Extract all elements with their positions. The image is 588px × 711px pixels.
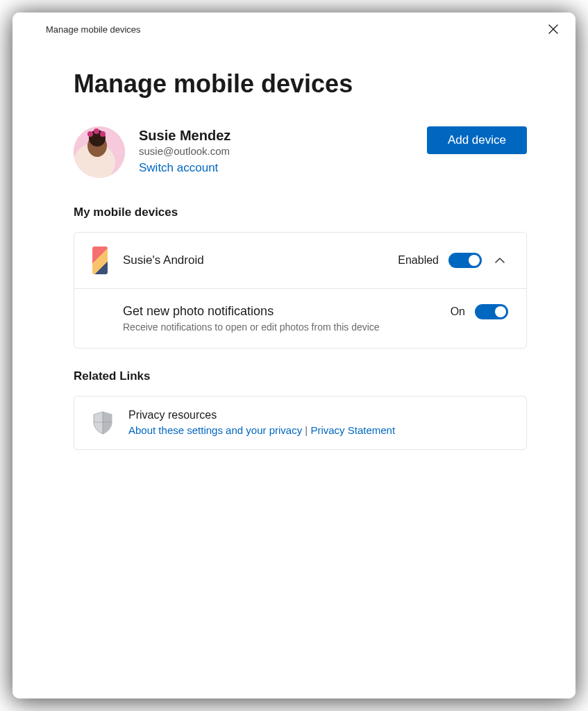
page-title: Manage mobile devices [74,69,527,99]
close-button[interactable] [544,19,563,39]
device-status-label: Enabled [398,254,439,267]
device-setting-row: Get new photo notifications Receive noti… [74,288,526,348]
svg-point-7 [100,131,106,137]
device-enable-toggle[interactable] [448,253,482,268]
avatar [74,126,125,178]
window-title: Manage mobile devices [46,24,141,35]
user-email: susie@outlook.com [139,145,230,157]
photo-notifications-toggle[interactable] [475,304,508,319]
titlebar: Manage mobile devices [12,12,576,42]
devices-card: Susie's Android Enabled Get new photo no… [74,232,527,349]
privacy-row: Privacy resources About these settings a… [74,396,526,449]
svg-point-6 [94,128,99,134]
phone-icon [92,246,108,274]
close-icon [548,24,558,34]
privacy-statement-link[interactable]: Privacy Statement [310,424,395,436]
switch-account-link[interactable]: Switch account [139,161,218,175]
device-name: Susie's Android [123,253,383,267]
privacy-title: Privacy resources [128,409,508,421]
user-name: Susie Mendez [139,128,230,144]
about-settings-link[interactable]: About these settings and your privacy [128,424,302,436]
setting-status-label: On [451,306,465,318]
shield-icon [92,411,113,435]
collapse-button[interactable] [492,252,508,269]
devices-section-heading: My mobile devices [74,206,527,219]
chevron-up-icon [494,255,505,266]
related-section-heading: Related Links [74,369,527,383]
device-row[interactable]: Susie's Android Enabled [74,233,526,288]
add-device-button[interactable]: Add device [427,126,527,154]
related-links-card: Privacy resources About these settings a… [74,396,527,450]
setting-description: Receive notifications to open or edit ph… [123,321,414,333]
account-row: Susie Mendez susie@outlook.com Switch ac… [74,126,527,178]
setting-title: Get new photo notifications [123,304,435,319]
svg-point-5 [87,131,93,137]
link-separator: | [302,424,310,436]
